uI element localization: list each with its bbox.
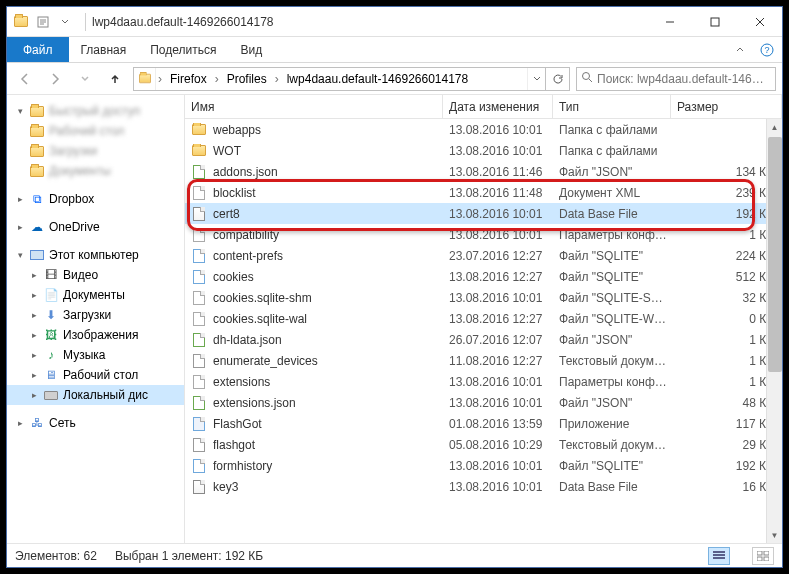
ribbon-tab-home[interactable]: Главная	[69, 37, 139, 62]
sidebar-item-downloads[interactable]: ▸⬇Загрузки	[7, 305, 184, 325]
status-bar: Элементов: 62 Выбран 1 элемент: 192 КБ	[7, 543, 782, 567]
explorer-window: lwp4daau.default-1469266014178 Файл Глав…	[6, 6, 783, 568]
nav-recent-icon[interactable]	[73, 67, 97, 91]
sidebar-item-pictures[interactable]: ▸🖼Изображения	[7, 325, 184, 345]
file-icon	[191, 145, 207, 156]
file-name: blocklist	[213, 186, 256, 200]
address-dropdown-icon[interactable]	[527, 68, 545, 90]
help-icon[interactable]: ?	[752, 37, 782, 62]
breadcrumb-item[interactable]: lwp4daau.default-1469266014178	[281, 72, 475, 86]
file-icon	[191, 291, 207, 305]
quickaccess-pinned[interactable]: Загрузки	[7, 141, 184, 161]
nav-up-button[interactable]	[103, 67, 127, 91]
table-row[interactable]: webapps13.08.2016 10:01Папка с файлами	[185, 119, 782, 140]
file-type: Файл "SQLITE"	[553, 249, 671, 263]
table-row[interactable]: blocklist13.08.2016 11:48Документ XML239…	[185, 182, 782, 203]
quickaccess-item[interactable]: ▾Быстрый доступ	[7, 101, 184, 121]
quickaccess-pinned[interactable]: Рабочий стол	[7, 121, 184, 141]
address-box[interactable]: › Firefox › Profiles › lwp4daau.default-…	[133, 67, 570, 91]
refresh-button[interactable]	[545, 68, 569, 90]
scroll-up-icon[interactable]: ▲	[767, 119, 782, 135]
nav-forward-button[interactable]	[43, 67, 67, 91]
table-row[interactable]: content-prefs23.07.2016 12:27Файл "SQLIT…	[185, 245, 782, 266]
sidebar-item-dropbox[interactable]: ▸⧉Dropbox	[7, 189, 184, 209]
col-size[interactable]: Размер	[671, 95, 782, 118]
vertical-scrollbar[interactable]: ▲ ▼	[766, 119, 782, 543]
file-icon	[191, 124, 207, 135]
table-row[interactable]: formhistory13.08.2016 10:01Файл "SQLITE"…	[185, 455, 782, 476]
table-row[interactable]: dh-ldata.json26.07.2016 12:07Файл "JSON"…	[185, 329, 782, 350]
file-date: 13.08.2016 12:27	[443, 270, 553, 284]
sidebar-item-videos[interactable]: ▸🎞Видео	[7, 265, 184, 285]
maximize-button[interactable]	[692, 7, 737, 36]
table-row[interactable]: flashgot05.08.2016 10:29Текстовый докум……	[185, 434, 782, 455]
col-date[interactable]: Дата изменения	[443, 95, 553, 118]
qat-dropdown-icon[interactable]	[57, 14, 73, 30]
table-row[interactable]: cert813.08.2016 10:01Data Base File192 К…	[185, 203, 782, 224]
file-date: 13.08.2016 10:01	[443, 228, 553, 242]
table-row[interactable]: FlashGot01.08.2016 13:59Приложение117 КБ	[185, 413, 782, 434]
table-row[interactable]: extensions13.08.2016 10:01Параметры конф…	[185, 371, 782, 392]
file-name: formhistory	[213, 459, 272, 473]
sidebar-item-thispc[interactable]: ▾Этот компьютер	[7, 245, 184, 265]
sidebar-item-documents[interactable]: ▸📄Документы	[7, 285, 184, 305]
table-row[interactable]: key313.08.2016 10:01Data Base File16 КБ	[185, 476, 782, 497]
column-headers: Имя Дата изменения Тип Размер	[185, 95, 782, 119]
sidebar-item-music[interactable]: ▸♪Музыка	[7, 345, 184, 365]
file-date: 13.08.2016 10:01	[443, 291, 553, 305]
nav-tree[interactable]: ▾Быстрый доступ Рабочий стол Загрузки До…	[7, 95, 185, 543]
nav-back-button[interactable]	[13, 67, 37, 91]
file-date: 13.08.2016 10:01	[443, 144, 553, 158]
file-name: webapps	[213, 123, 261, 137]
file-icon	[191, 396, 207, 410]
view-large-button[interactable]	[752, 547, 774, 565]
view-details-button[interactable]	[708, 547, 730, 565]
pictures-icon: 🖼	[43, 328, 59, 342]
file-icon	[191, 312, 207, 326]
file-icon	[191, 417, 207, 431]
video-icon: 🎞	[43, 268, 59, 282]
sidebar-item-localdisk[interactable]: ▸Локальный дис	[7, 385, 184, 405]
breadcrumb-root-icon[interactable]	[134, 68, 156, 90]
ribbon-tab-share[interactable]: Поделиться	[138, 37, 228, 62]
music-icon: ♪	[43, 348, 59, 362]
table-row[interactable]: cookies13.08.2016 12:27Файл "SQLITE"512 …	[185, 266, 782, 287]
scroll-down-icon[interactable]: ▼	[767, 527, 782, 543]
breadcrumb[interactable]: › Firefox › Profiles › lwp4daau.default-…	[156, 68, 474, 90]
col-name[interactable]: Имя	[185, 95, 443, 118]
ribbon-tab-view[interactable]: Вид	[228, 37, 274, 62]
table-row[interactable]: addons.json13.08.2016 11:46Файл "JSON"13…	[185, 161, 782, 182]
thispc-icon	[29, 250, 45, 260]
onedrive-icon: ☁	[29, 220, 45, 234]
breadcrumb-item[interactable]: Firefox	[164, 72, 213, 86]
file-date: 13.08.2016 11:46	[443, 165, 553, 179]
breadcrumb-item[interactable]: Profiles	[221, 72, 273, 86]
qat-props-icon[interactable]	[35, 14, 51, 30]
file-type: Параметры конф…	[553, 228, 671, 242]
table-row[interactable]: extensions.json13.08.2016 10:01Файл "JSO…	[185, 392, 782, 413]
sidebar-item-network[interactable]: ▸🖧Сеть	[7, 413, 184, 433]
sidebar-item-onedrive[interactable]: ▸☁OneDrive	[7, 217, 184, 237]
table-row[interactable]: cookies.sqlite-shm13.08.2016 10:01Файл "…	[185, 287, 782, 308]
search-placeholder: Поиск: lwp4daau.default-146…	[597, 72, 764, 86]
close-button[interactable]	[737, 7, 782, 36]
file-date: 13.08.2016 12:27	[443, 312, 553, 326]
table-row[interactable]: WOT13.08.2016 10:01Папка с файлами	[185, 140, 782, 161]
documents-icon: 📄	[43, 288, 59, 302]
search-input[interactable]: Поиск: lwp4daau.default-146…	[576, 67, 776, 91]
ribbon: Файл Главная Поделиться Вид ?	[7, 37, 782, 63]
table-row[interactable]: compatibility13.08.2016 10:01Параметры к…	[185, 224, 782, 245]
file-type: Приложение	[553, 417, 671, 431]
file-icon	[191, 333, 207, 347]
file-icon	[191, 480, 207, 494]
ribbon-file-tab[interactable]: Файл	[7, 37, 69, 62]
col-type[interactable]: Тип	[553, 95, 671, 118]
minimize-button[interactable]	[647, 7, 692, 36]
file-name: addons.json	[213, 165, 278, 179]
quickaccess-pinned[interactable]: Документы	[7, 161, 184, 181]
table-row[interactable]: cookies.sqlite-wal13.08.2016 12:27Файл "…	[185, 308, 782, 329]
table-row[interactable]: enumerate_devices11.08.2016 12:27Текстов…	[185, 350, 782, 371]
sidebar-item-desktop[interactable]: ▸🖥Рабочий стол	[7, 365, 184, 385]
ribbon-expand-icon[interactable]	[728, 37, 752, 62]
file-date: 13.08.2016 11:48	[443, 186, 553, 200]
